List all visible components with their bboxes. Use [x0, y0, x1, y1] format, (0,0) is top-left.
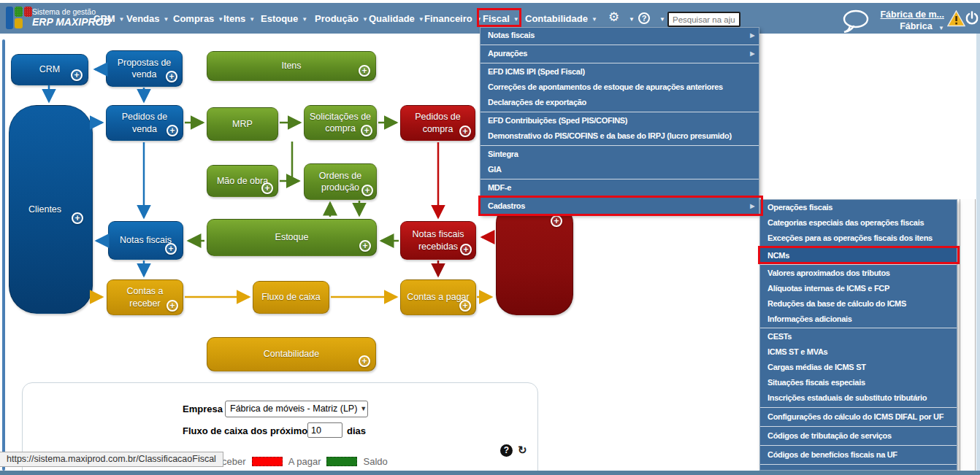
menu-item-fiscal[interactable]: Fiscal▼ — [483, 13, 519, 24]
partially-hidden-red-box[interactable]: + — [496, 203, 573, 315]
fiscal-menu-item-declaracoes-exportacao[interactable]: Declarações de exportação — [481, 95, 759, 110]
node-contas-a-receber[interactable]: Contas a receber + — [107, 279, 183, 315]
add-icon[interactable]: + — [361, 125, 372, 136]
submenu-item-icms-st-mvas[interactable]: ICMS ST e MVAs — [760, 344, 957, 360]
submenu-item-excecoes-operacoes[interactable]: Exceções para as operações fiscais dos i… — [760, 231, 957, 246]
fiscal-menu-item-mdf-e[interactable]: MDF-e — [481, 180, 759, 196]
help-icon[interactable]: ? — [500, 444, 513, 457]
submenu-item-configuracoes-difal[interactable]: Configurações do cálculo do ICMS DIFAL p… — [760, 409, 957, 425]
add-icon[interactable]: + — [166, 125, 178, 136]
add-icon[interactable]: + — [71, 69, 83, 81]
frame-left-border — [2, 39, 5, 471]
fiscal-menu-item-apuracoes[interactable]: Apurações▶ — [481, 46, 759, 61]
submenu-item-ncms[interactable]: NCMs — [760, 248, 957, 263]
menu-item-qualidade[interactable]: Qualidade▼ — [369, 13, 424, 24]
menu-item-producao[interactable]: Produção▼ — [315, 13, 368, 24]
fiscal-menu-item-efd-icms-ipi[interactable]: EFD ICMS IPI (Sped Fiscal) — [481, 64, 759, 80]
fiscal-menu-item-efd-contribuicoes[interactable]: EFD Contribuições (Sped PIS/COFINS) — [481, 113, 759, 128]
node-label: MRP — [232, 118, 253, 130]
add-icon[interactable]: + — [551, 215, 562, 227]
menu-item-itens[interactable]: Itens▼ — [223, 13, 255, 24]
fiscal-menu-item-notas-fiscais[interactable]: Notas fiscais▶ — [481, 28, 759, 43]
chevron-down-icon: ▼ — [302, 16, 307, 23]
add-icon[interactable]: + — [459, 300, 471, 312]
add-icon[interactable]: + — [359, 65, 370, 77]
add-icon[interactable]: + — [459, 125, 471, 137]
fiscal-menu-item-correcoes-apontamentos[interactable]: Correções de apontamentos de estoque de … — [481, 80, 759, 95]
node-solicitacoes-de-compra[interactable]: Solicitações de compra + — [304, 105, 377, 140]
node-label: Fluxo de caixa — [261, 291, 321, 303]
fiscal-menu-item-sintegra[interactable]: Sintegra — [481, 147, 759, 162]
node-mrp[interactable]: MRP — [207, 107, 278, 141]
node-contabilidade[interactable]: Contabilidade + — [207, 337, 376, 371]
chevron-down-icon: ▼ — [119, 16, 125, 23]
empresa-select[interactable]: Fábrica de móveis - Matriz (LP) ▼ — [225, 401, 368, 417]
gear-icon[interactable]: ⚙ — [608, 9, 619, 25]
fiscal-menu-item-cadastros[interactable]: Cadastros▶ — [481, 198, 759, 214]
node-pedidos-de-venda[interactable]: Pedidos de venda + — [106, 105, 183, 141]
days-input[interactable] — [307, 422, 342, 438]
warning-icon[interactable] — [947, 10, 965, 27]
node-ordens-de-producao[interactable]: Ordens de produção + — [304, 163, 377, 200]
submenu-item-informacoes-adicionais[interactable]: Informações adicionais — [760, 312, 957, 327]
node-pedidos-de-compra[interactable]: Pedidos de compra + — [400, 105, 475, 141]
node-propostas-de-venda[interactable]: Propostas de venda + — [106, 50, 183, 87]
chevron-down-icon: ▼ — [513, 16, 519, 23]
node-estoque[interactable]: Estoque + — [207, 219, 377, 256]
node-notas-fiscais[interactable]: Notas fiscais + — [108, 221, 183, 260]
legend-label-saldo: Saldo — [363, 456, 387, 467]
submenu-item-valores-aproximados[interactable]: Valores aproximados dos tributos — [760, 266, 957, 281]
add-icon[interactable]: + — [359, 240, 371, 252]
power-icon[interactable] — [965, 11, 979, 26]
refresh-icon[interactable]: ↻ — [518, 444, 527, 457]
submenu-item-reducoes-base-calculo[interactable]: Reduções da base de cálculo do ICMS — [760, 296, 957, 312]
node-label: CRM — [39, 63, 60, 75]
search-input[interactable] — [667, 12, 740, 27]
app-root: CRM + Propostas de venda + Itens + Clien… — [0, 0, 980, 475]
add-icon[interactable]: + — [165, 243, 177, 255]
submenu-item-aliquotas-internas[interactable]: Alíquotas internas de ICMS e FCP — [760, 281, 957, 296]
add-icon[interactable]: + — [72, 212, 83, 224]
bottom-edge-strip — [0, 471, 980, 475]
submenu-item-codigos-beneficios[interactable]: Códigos de benefícios fiscais na UF — [760, 447, 957, 463]
add-icon[interactable]: + — [359, 355, 370, 367]
node-mao-de-obra[interactable]: Mão de obra + — [207, 165, 278, 197]
node-fluxo-de-caixa[interactable]: Fluxo de caixa — [253, 281, 329, 314]
fluxo-label: Fluxo de caixa dos próximos — [183, 425, 313, 436]
node-itens[interactable]: Itens + — [207, 51, 376, 81]
add-icon[interactable]: + — [361, 185, 373, 196]
node-label: Estoque — [275, 231, 309, 243]
menu-item-financeiro[interactable]: Financeiro▼ — [424, 13, 482, 24]
submenu-item-cargas-medias[interactable]: Cargas médias de ICMS ST — [760, 360, 957, 375]
menu-item-vendas[interactable]: Vendas▼ — [126, 13, 169, 24]
add-icon[interactable]: + — [261, 182, 273, 194]
user-link[interactable]: Fábrica de m... — [865, 9, 944, 20]
node-notas-fiscais-recebidas[interactable]: Notas fiscais recebidas + — [400, 221, 476, 260]
company-switcher[interactable]: Fábrica ▼ — [865, 20, 944, 32]
node-crm[interactable]: CRM + — [11, 54, 88, 85]
fiscal-menu-item-gia[interactable]: GIA — [481, 162, 759, 177]
submenu-item-inscricoes-estaduais[interactable]: Inscrições estaduais de substituto tribu… — [760, 390, 957, 406]
submenu-item-operacoes-fiscais[interactable]: Operações fiscais — [760, 200, 957, 215]
chevron-down-icon[interactable]: ▼ — [659, 16, 665, 23]
fiscal-menu-item-demonstrativo-pis-cofins[interactable]: Demonstrativo do PIS/COFINS e da base do… — [481, 128, 759, 144]
submenu-item-situacoes-fiscais[interactable]: Situações fiscais especiais — [760, 375, 957, 390]
legend-swatch-saldo — [326, 457, 357, 466]
help-circle-icon[interactable]: ? — [638, 12, 650, 24]
node-clientes[interactable]: Clientes + — [9, 105, 93, 314]
submenu-item-categorias-especiais[interactable]: Categorias especiais das operações fisca… — [760, 215, 957, 231]
menu-item-crm[interactable]: CRM▼ — [93, 13, 125, 24]
node-label: Notas fiscais — [120, 234, 172, 246]
menu-item-contabilidade[interactable]: Contabilidade▼ — [525, 13, 597, 24]
submenu-scrollbar[interactable] — [960, 199, 976, 471]
node-label: Clientes — [28, 204, 61, 215]
menu-item-estoque[interactable]: Estoque▼ — [261, 13, 307, 24]
submenu-item-codigos-tributacao[interactable]: Códigos de tributação de serviços — [760, 428, 957, 444]
add-icon[interactable]: + — [460, 244, 472, 255]
submenu-item-cests[interactable]: CESTs — [760, 329, 957, 344]
menu-item-compras[interactable]: Compras▼ — [173, 13, 223, 24]
node-contas-a-pagar[interactable]: Contas a pagar + — [400, 279, 476, 315]
add-icon[interactable]: + — [166, 71, 177, 82]
add-icon[interactable]: + — [166, 300, 178, 312]
chevron-down-icon[interactable]: ▼ — [629, 16, 635, 23]
